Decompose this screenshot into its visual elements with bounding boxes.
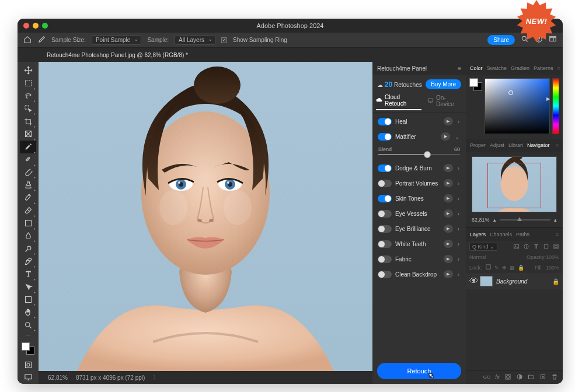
tab-channels[interactable]: Channels: [490, 232, 512, 237]
expand-icon[interactable]: ›: [456, 241, 461, 247]
filter-smart-icon[interactable]: [553, 243, 559, 251]
lock-brush-icon[interactable]: ✎: [494, 265, 499, 271]
expand-icon[interactable]: ›: [456, 226, 461, 232]
toggle-9[interactable]: [378, 271, 392, 278]
adjustment-layer-icon[interactable]: [516, 373, 523, 382]
tab-layers[interactable]: Layers: [470, 232, 486, 237]
navigator-viewport-frame[interactable]: [487, 163, 541, 208]
path-tool[interactable]: [20, 281, 36, 293]
home-icon[interactable]: [23, 36, 32, 45]
tab-patterns[interactable]: Patterns: [534, 65, 553, 71]
filter-image-icon[interactable]: [513, 243, 520, 251]
link-layers-icon[interactable]: GO: [483, 374, 490, 380]
hue-slider[interactable]: [552, 78, 559, 134]
stamp-tool[interactable]: [20, 178, 36, 191]
window-minimize-button[interactable]: [33, 23, 39, 29]
eyedropper-tool[interactable]: [20, 141, 36, 153]
marquee-tool[interactable]: [20, 77, 36, 90]
blend-mode-dropdown[interactable]: Normal: [469, 254, 527, 260]
zoom-out-icon[interactable]: ▴: [493, 217, 496, 223]
play-icon[interactable]: ▶: [444, 164, 453, 172]
tab-libraries[interactable]: Librari: [508, 142, 523, 148]
toggle-0[interactable]: [378, 118, 392, 125]
expand-icon[interactable]: ›: [456, 165, 461, 172]
retouch-button[interactable]: Retouch: [377, 363, 461, 379]
play-icon[interactable]: ▶: [444, 117, 453, 125]
layer-mask-icon[interactable]: [504, 373, 511, 382]
play-icon[interactable]: ▶: [444, 194, 453, 202]
expand-icon[interactable]: ›: [456, 195, 461, 202]
document-tab[interactable]: Retouch4me Photoshop Panel.jpg @ 62,8% (…: [40, 49, 195, 61]
tab-swatches[interactable]: Swatche: [487, 65, 507, 71]
toggle-7[interactable]: [378, 240, 392, 248]
tab-on-device[interactable]: On-Device: [427, 94, 462, 110]
filter-shape-icon[interactable]: [543, 243, 549, 251]
tab-navigator[interactable]: Navigator: [527, 142, 550, 148]
expand-icon[interactable]: ›: [456, 211, 461, 217]
color-swatch-small[interactable]: [469, 78, 482, 91]
expand-icon[interactable]: ›: [456, 271, 461, 278]
healing-tool[interactable]: [20, 153, 36, 166]
tab-properties[interactable]: Proper: [470, 142, 486, 148]
zoom-in-icon[interactable]: ▴: [554, 217, 557, 223]
type-tool[interactable]: [20, 268, 36, 281]
layer-filter-kind[interactable]: Q Kind ⌄: [469, 243, 497, 251]
layer-visibility-icon[interactable]: 👁: [469, 276, 476, 286]
plugin-menu-icon[interactable]: ≡: [458, 65, 461, 72]
play-icon[interactable]: ▶: [444, 270, 453, 278]
expand-icon[interactable]: ⌄: [454, 134, 461, 140]
sample-size-dropdown[interactable]: Point Sample: [92, 35, 141, 45]
zoom-tool[interactable]: [20, 318, 36, 331]
navigator-thumbnail[interactable]: [472, 156, 557, 212]
history-brush-tool[interactable]: [20, 191, 36, 204]
eraser-tool[interactable]: [20, 204, 36, 217]
window-maximize-button[interactable]: [42, 23, 48, 29]
show-ring-checkbox[interactable]: ✓: [221, 37, 227, 43]
tab-adjustments[interactable]: Adjust: [490, 142, 504, 148]
lock-artboard-icon[interactable]: ▦: [510, 265, 515, 271]
trash-icon[interactable]: [551, 373, 558, 382]
group-icon[interactable]: [528, 373, 535, 382]
lock-move-icon[interactable]: ✥: [502, 265, 507, 271]
play-icon[interactable]: ▶: [444, 255, 453, 263]
quickmask-tool[interactable]: [20, 358, 36, 371]
blur-tool[interactable]: [20, 230, 36, 243]
dodge-tool[interactable]: [20, 242, 36, 255]
lock-pixels-icon[interactable]: [485, 264, 492, 271]
color-field[interactable]: ▶: [485, 78, 550, 134]
play-icon[interactable]: ▶: [444, 209, 453, 218]
play-icon[interactable]: ▶: [444, 225, 453, 233]
navigator-zoom-slider[interactable]: [500, 219, 550, 220]
pen-tool[interactable]: [20, 255, 36, 268]
play-icon[interactable]: ▶: [441, 132, 450, 141]
layer-lock-icon[interactable]: 🔒: [552, 278, 559, 285]
blend-slider[interactable]: [378, 154, 460, 155]
toggle-6[interactable]: [378, 225, 392, 233]
expand-icon[interactable]: ›: [456, 180, 461, 187]
toggle-8[interactable]: [378, 256, 392, 263]
expand-icon[interactable]: ›: [456, 118, 461, 125]
share-button[interactable]: Share: [487, 35, 515, 45]
layer-fx-icon[interactable]: fx: [495, 374, 500, 380]
new-layer-icon[interactable]: [539, 373, 546, 382]
canvas[interactable]: [39, 62, 372, 371]
lasso-tool[interactable]: [20, 90, 36, 103]
tab-gradients[interactable]: Gradien: [511, 65, 529, 71]
screenmode-tool[interactable]: [20, 371, 36, 384]
lock-all-icon[interactable]: 🔒: [518, 265, 524, 271]
filter-type-icon[interactable]: [533, 243, 539, 251]
window-close-button[interactable]: [23, 23, 29, 29]
color-panel-menu-icon[interactable]: ≡: [557, 65, 560, 71]
filter-adjust-icon[interactable]: [523, 243, 529, 251]
toggle-4[interactable]: [378, 195, 392, 202]
toggle-1[interactable]: [378, 133, 392, 141]
layers-panel-menu-icon[interactable]: ≡: [556, 232, 559, 237]
expand-icon[interactable]: ›: [456, 256, 461, 262]
tab-color[interactable]: Color: [470, 65, 483, 71]
toggle-3[interactable]: [378, 180, 392, 187]
color-swatch[interactable]: [22, 342, 34, 355]
edit-toolbar[interactable]: ⋯: [20, 331, 36, 339]
play-icon[interactable]: ▶: [444, 179, 453, 187]
toggle-5[interactable]: [378, 210, 392, 218]
buy-more-button[interactable]: Buy More: [426, 79, 461, 89]
